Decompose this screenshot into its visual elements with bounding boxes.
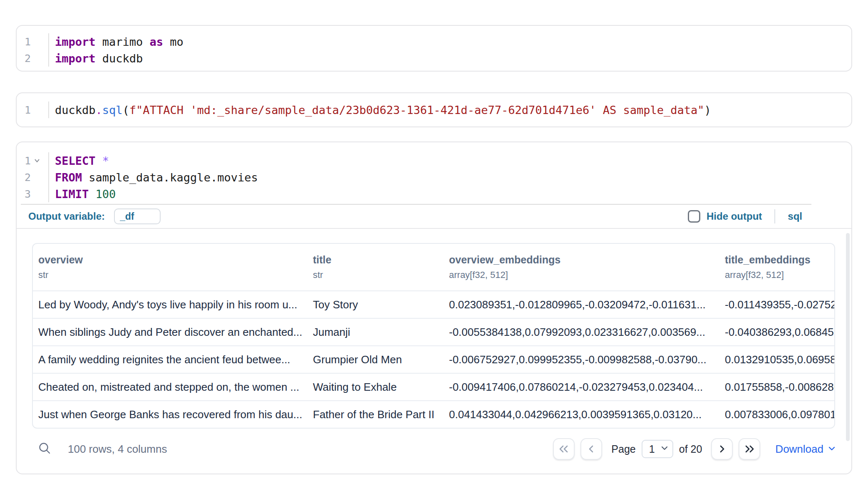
language-toggle-sql[interactable]: sql [788, 211, 802, 222]
row-count-status: 100 rows, 4 columns [68, 443, 167, 456]
cell-title: Waiting to Exhale [308, 381, 444, 394]
line-number: 1 [17, 104, 31, 116]
line-number-gutter: 1 2 3 [17, 152, 48, 202]
cell-output: overview str title str overview_embeddin… [17, 229, 851, 473]
cell-overview-embeddings: -0.009417406,0.07860214,-0.023279453,0.0… [444, 381, 719, 394]
page-label: Page [611, 443, 635, 455]
code-line[interactable]: SELECT * [55, 152, 851, 169]
chevron-down-icon [661, 444, 668, 454]
table-row[interactable]: When siblings Judy and Peter discover an… [33, 318, 834, 345]
line-number: 1 [17, 155, 31, 167]
cell-title-embeddings: -0.040386293,0.06845 [719, 326, 834, 339]
cell-overview-embeddings: -0.006752927,0.099952355,-0.009982588,-0… [444, 353, 719, 366]
code-cell-attach: 1 duckdb.sql(f"ATTACH 'md:_share/sample_… [16, 92, 852, 127]
cell-title: Jumanji [308, 326, 444, 339]
cell-title: Toy Story [308, 298, 444, 311]
cell-overview: Just when George Banks has recovered fro… [33, 408, 308, 421]
cell-footer-bar: Output variable: Hide output sql [17, 205, 851, 229]
chevron-down-icon [828, 443, 836, 456]
cell-title-embeddings: 0.0132910535,0.06958 [719, 353, 834, 366]
code-line[interactable]: import duckdb [55, 50, 851, 67]
cell-overview-embeddings: 0.023089351,-0.012809965,-0.03209472,-0.… [444, 298, 719, 311]
hide-output-checkbox[interactable] [688, 210, 700, 223]
cell-overview-embeddings: 0.041433044,0.042966213,0.0039591365,0.0… [444, 408, 719, 421]
cell-overview-embeddings: -0.0055384138,0.07992093,0.023316627,0.0… [444, 326, 719, 339]
output-variable-input[interactable] [114, 208, 161, 224]
table-row[interactable]: A family wedding reignites the ancient f… [33, 345, 834, 373]
next-page-button[interactable] [711, 438, 733, 460]
page-total-label: of 20 [679, 443, 702, 455]
cell-title: Father of the Bride Part II [308, 408, 444, 421]
cell-overview: Led by Woody, Andy's toys live happily i… [33, 298, 308, 311]
table-header-row: overview str title str overview_embeddin… [33, 244, 834, 290]
line-number: 3 [17, 188, 31, 200]
code-editor[interactable]: 1 2 import marimo as mo import duckdb [17, 26, 851, 67]
column-header-title[interactable]: title str [308, 244, 444, 290]
line-number: 1 [17, 36, 31, 48]
marimo-notebook: 1 2 import marimo as mo import duckdb 1 … [0, 0, 868, 496]
line-number-gutter: 1 [17, 102, 48, 118]
line-number: 2 [17, 52, 31, 64]
output-scrollbar[interactable] [846, 233, 850, 441]
hide-output-label[interactable]: Hide output [707, 211, 762, 222]
fold-chevron-icon[interactable] [31, 157, 43, 164]
cell-title-embeddings: 0.01755858,-0.0086286 [719, 381, 834, 394]
code-editor[interactable]: 1 duckdb.sql(f"ATTACH 'md:_share/sample_… [17, 93, 851, 118]
first-page-button[interactable] [553, 438, 575, 460]
last-page-button[interactable] [739, 438, 760, 460]
search-icon[interactable] [38, 441, 51, 456]
page-select-value: 1 [649, 443, 661, 455]
sql-cell: 1 2 3 SELECT * FROM sample_data.kaggle.m… [16, 141, 852, 474]
output-variable-label: Output variable: [28, 211, 105, 222]
pagination: Page 1 of 20 Download [553, 438, 836, 460]
code-cell-imports: 1 2 import marimo as mo import duckdb [16, 25, 852, 72]
line-number: 2 [17, 171, 31, 184]
code-line[interactable]: LIMIT 100 [55, 186, 851, 202]
column-header-overview-embeddings[interactable]: overview_embeddings array[f32, 512] [444, 244, 719, 290]
footer-divider [774, 209, 775, 223]
cell-overview: Cheated on, mistreated and stepped on, t… [33, 381, 308, 394]
cell-title-embeddings: 0.007833006,0.097801 [719, 408, 834, 421]
previous-page-button[interactable] [580, 438, 602, 460]
table-row[interactable]: Led by Woody, Andy's toys live happily i… [33, 290, 834, 318]
table-row[interactable]: Cheated on, mistreated and stepped on, t… [33, 373, 834, 400]
cell-title: Grumpier Old Men [308, 353, 444, 366]
cell-overview: When siblings Judy and Peter discover an… [33, 326, 308, 339]
code-line[interactable]: duckdb.sql(f"ATTACH 'md:_share/sample_da… [55, 102, 851, 118]
code-editor[interactable]: 1 2 3 SELECT * FROM sample_data.kaggle.m… [17, 142, 851, 202]
cell-overview: A family wedding reignites the ancient f… [33, 353, 308, 366]
column-header-overview[interactable]: overview str [33, 244, 308, 290]
page-select[interactable]: 1 [642, 440, 673, 458]
column-header-title-embeddings[interactable]: title_embeddings array[f32, 512] [719, 244, 834, 290]
cell-title-embeddings: -0.011439355,-0.02752 [719, 298, 834, 311]
code-line[interactable]: FROM sample_data.kaggle.movies [55, 169, 851, 186]
code-line[interactable]: import marimo as mo [55, 33, 851, 50]
download-button[interactable]: Download [775, 443, 836, 456]
table-footer: 100 rows, 4 columns Page 1 [32, 429, 836, 473]
table-row[interactable]: Just when George Banks has recovered fro… [33, 400, 834, 428]
line-number-gutter: 1 2 [17, 33, 48, 67]
dataframe-table: overview str title str overview_embeddin… [32, 243, 835, 429]
